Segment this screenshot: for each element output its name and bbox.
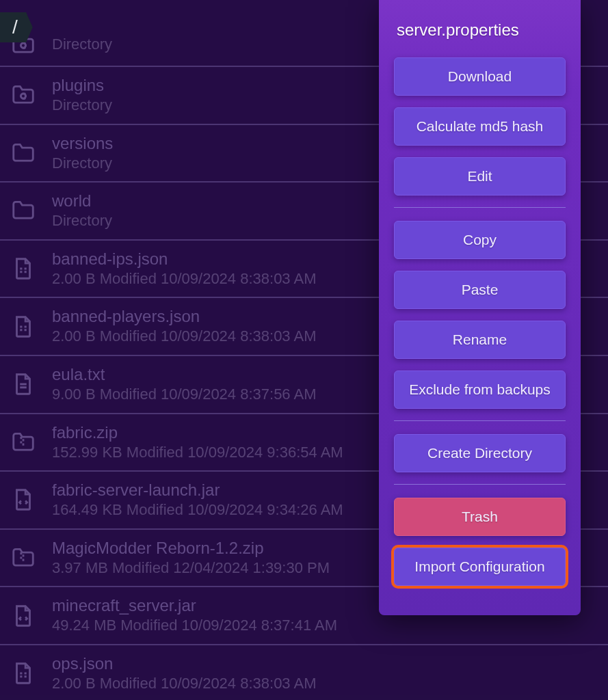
context-menu-title: server.properties <box>397 21 563 40</box>
context-menu: server.properties DownloadCalculate md5 … <box>379 0 581 615</box>
exclude-button[interactable]: Exclude from backups <box>394 371 566 409</box>
breadcrumb[interactable]: / <box>0 12 33 42</box>
paste-button[interactable]: Paste <box>394 271 566 309</box>
copy-button[interactable]: Copy <box>394 221 566 259</box>
rename-button[interactable]: Rename <box>394 321 566 359</box>
context-menu-body: DownloadCalculate md5 hashEditCopyPasteR… <box>394 57 566 586</box>
menu-separator <box>394 484 566 485</box>
menu-separator <box>394 207 566 208</box>
importcfg-button[interactable]: Import Configuration <box>394 548 566 586</box>
trash-button[interactable]: Trash <box>394 498 566 536</box>
edit-button[interactable]: Edit <box>394 157 566 196</box>
mkdir-button[interactable]: Create Directory <box>394 434 566 472</box>
menu-separator <box>394 420 566 421</box>
md5-button[interactable]: Calculate md5 hash <box>394 107 566 146</box>
download-button[interactable]: Download <box>394 57 566 96</box>
